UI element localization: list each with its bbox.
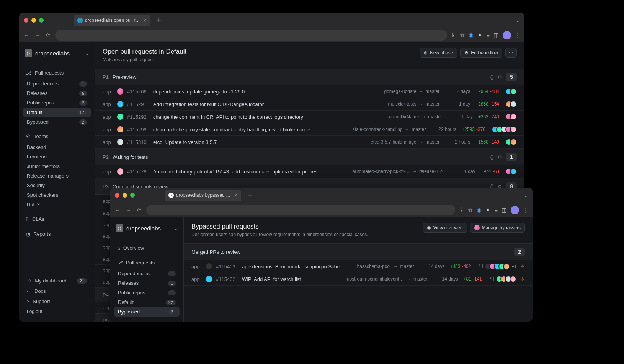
sidebar-item-reports[interactable]: ◔ Reports bbox=[23, 229, 91, 239]
code-icon[interactable]: ⟨⟩ bbox=[490, 154, 494, 160]
new-phase-button[interactable]: ⊕New phase bbox=[420, 48, 457, 58]
maximize-window-icon[interactable] bbox=[130, 193, 135, 198]
reviewer-avatar[interactable] bbox=[510, 139, 517, 145]
sidebar-section-pull-requests[interactable]: ⎇ Pull requests bbox=[114, 258, 180, 268]
new-tab-button[interactable]: + bbox=[248, 191, 252, 199]
minimize-window-icon[interactable] bbox=[31, 18, 36, 23]
sidebar-team-ui/ux[interactable]: UI/UX bbox=[23, 200, 91, 209]
sidebar-item-dependencies[interactable]: Dependencies 1 bbox=[114, 269, 180, 278]
menu-icon[interactable]: ⋮ bbox=[523, 207, 529, 214]
gear-icon[interactable]: ⚙ bbox=[498, 154, 502, 160]
reviewer-avatar[interactable] bbox=[510, 101, 517, 108]
author-avatar[interactable] bbox=[117, 114, 123, 120]
sidebar-item-dependencies[interactable]: Dependencies 1 bbox=[23, 79, 91, 88]
pr-row[interactable]: app #115266 dependencies: update gomega … bbox=[95, 85, 524, 98]
sidebar-item-default[interactable]: Default 17 bbox=[23, 108, 91, 117]
close-tab-icon[interactable]: × bbox=[143, 17, 146, 23]
pr-row[interactable]: app #115278 Automated cherry pick of #11… bbox=[95, 165, 524, 178]
close-window-icon[interactable] bbox=[24, 18, 28, 23]
reviewer-avatar[interactable] bbox=[510, 168, 517, 175]
sidebar-item-default[interactable]: Default 22 bbox=[114, 297, 180, 307]
reload-button[interactable]: ⟳ bbox=[44, 32, 51, 38]
org-switcher[interactable]: ⟨⟩ dropseedlabs ⌄ bbox=[114, 222, 180, 234]
reading-list-icon[interactable]: ≡ bbox=[486, 32, 490, 38]
sidebar-section-pull-requests[interactable]: ⎇ Pull requests bbox=[23, 68, 91, 78]
bookmark-icon[interactable]: ☆ bbox=[460, 32, 465, 39]
menu-icon[interactable]: ⋮ bbox=[515, 32, 521, 39]
workflow-link[interactable]: Default bbox=[166, 48, 186, 55]
sidebar-team-backend[interactable]: Backend bbox=[23, 142, 91, 152]
pr-row[interactable]: app #115291 Add integration tests for Mu… bbox=[95, 98, 524, 111]
view-reviewed-button[interactable]: ◉View reviewed bbox=[423, 223, 467, 233]
sidebar-item-bypassed[interactable]: Bypassed 2 bbox=[23, 117, 91, 127]
extensions-icon[interactable]: ✦ bbox=[485, 207, 490, 214]
author-avatar[interactable] bbox=[206, 276, 212, 282]
bookmark-icon[interactable]: ☆ bbox=[468, 207, 473, 214]
forward-button[interactable]: → bbox=[34, 32, 41, 38]
reviewer-avatar[interactable] bbox=[510, 126, 517, 133]
sidebar-team-frontend[interactable]: Frontend bbox=[23, 152, 91, 162]
sidebar-item-overview[interactable]: ⌂ Overview bbox=[114, 243, 180, 253]
new-tab-button[interactable]: + bbox=[157, 16, 161, 24]
sidebar-team-spot-checkers[interactable]: Spot checkers bbox=[23, 190, 91, 200]
sidebar-item-my-dashboard[interactable]: ☺My dashboard 21 bbox=[23, 276, 91, 286]
close-window-icon[interactable] bbox=[115, 193, 119, 198]
pr-row[interactable]: app #115403 apiextensions: Benchmark esc… bbox=[184, 260, 533, 273]
manage-bypassers-button[interactable]: Manage bypassers bbox=[470, 223, 525, 233]
author-avatar[interactable] bbox=[117, 126, 123, 132]
sidebar-item-bypassed[interactable]: Bypassed 2 bbox=[114, 307, 180, 317]
maximize-window-icon[interactable] bbox=[39, 18, 44, 23]
url-bar[interactable] bbox=[146, 205, 455, 215]
code-icon[interactable]: ⟨⟩ bbox=[490, 74, 494, 80]
sidepanel-icon[interactable]: ◫ bbox=[493, 32, 499, 39]
extension-1password-icon[interactable]: ◉ bbox=[477, 207, 482, 214]
sidebar-item-public-repos[interactable]: Public repos 2 bbox=[23, 98, 91, 108]
sidebar-item-docs[interactable]: ▭Docs bbox=[23, 286, 91, 296]
sidebar-item-clas[interactable]: ⎘ CLAs bbox=[23, 214, 91, 224]
tabs-dropdown-icon[interactable]: ⌄ bbox=[516, 18, 520, 23]
tabs-dropdown-icon[interactable]: ⌄ bbox=[524, 193, 528, 198]
sidebar-team-security[interactable]: Security bbox=[23, 181, 91, 190]
sidebar-section-teams[interactable]: ⚇ Teams bbox=[23, 131, 91, 142]
back-button[interactable]: ← bbox=[23, 32, 30, 38]
reload-button[interactable]: ⟳ bbox=[136, 207, 142, 213]
profile-avatar[interactable] bbox=[503, 31, 511, 39]
author-avatar[interactable] bbox=[117, 88, 123, 95]
share-icon[interactable]: ⇪ bbox=[459, 207, 464, 214]
reviewer-avatar[interactable] bbox=[510, 88, 517, 95]
minimize-window-icon[interactable] bbox=[123, 193, 127, 198]
share-icon[interactable]: ⇪ bbox=[451, 32, 456, 39]
author-avatar[interactable] bbox=[117, 101, 123, 107]
sidebar-item-public-repos[interactable]: Public repos 1 bbox=[114, 288, 180, 297]
gear-icon[interactable]: ⚙ bbox=[498, 74, 502, 80]
pr-row[interactable]: app #115402 WIP: Add API for watch list … bbox=[184, 273, 533, 286]
author-avatar[interactable] bbox=[206, 263, 212, 269]
more-button[interactable]: ⋯ bbox=[505, 48, 517, 58]
forward-button[interactable]: → bbox=[125, 207, 132, 213]
reviewer-avatar[interactable] bbox=[503, 263, 510, 270]
author-avatar[interactable] bbox=[117, 168, 123, 175]
url-bar[interactable] bbox=[55, 30, 447, 41]
extensions-icon[interactable]: ✦ bbox=[477, 32, 482, 39]
sidebar-item-releases[interactable]: Releases 5 bbox=[23, 88, 91, 98]
org-switcher[interactable]: ⟨⟩ dropseedlabs ⌄ bbox=[23, 47, 91, 59]
sidebar-team-release-managers[interactable]: Release managers bbox=[23, 171, 91, 181]
sidebar-item-releases[interactable]: Releases 1 bbox=[114, 278, 180, 288]
profile-avatar[interactable] bbox=[511, 206, 519, 214]
pr-row[interactable]: app #115299 clean up kube-proxy stale-co… bbox=[95, 123, 524, 136]
reviewer-avatar[interactable] bbox=[510, 113, 517, 120]
close-tab-icon[interactable]: × bbox=[234, 192, 237, 198]
pr-row[interactable]: app #115292 change the comment in CRI AP… bbox=[95, 111, 524, 123]
browser-tab[interactable]: 🌐 dropseedlabs open pull reques × bbox=[74, 15, 150, 26]
extension-1password-icon[interactable]: ◉ bbox=[469, 32, 474, 39]
sidebar-team-junior-mentors[interactable]: Junior mentors bbox=[23, 162, 91, 171]
reviewer-avatar[interactable] bbox=[510, 276, 516, 282]
pr-row[interactable]: app #115310 etcd: Update to version 3.5.… bbox=[95, 136, 524, 149]
browser-tab[interactable]: ✓ dropseedlabs bypassed pull re × bbox=[165, 190, 241, 201]
sidebar-item-support[interactable]: ?Support bbox=[23, 297, 91, 306]
author-avatar[interactable] bbox=[117, 139, 123, 145]
sidebar-item-logout[interactable]: Log out bbox=[23, 307, 91, 316]
edit-workflow-button[interactable]: ⚙Edit workflow bbox=[460, 48, 502, 58]
back-button[interactable]: ← bbox=[114, 207, 121, 213]
sidepanel-icon[interactable]: ◫ bbox=[501, 207, 507, 214]
